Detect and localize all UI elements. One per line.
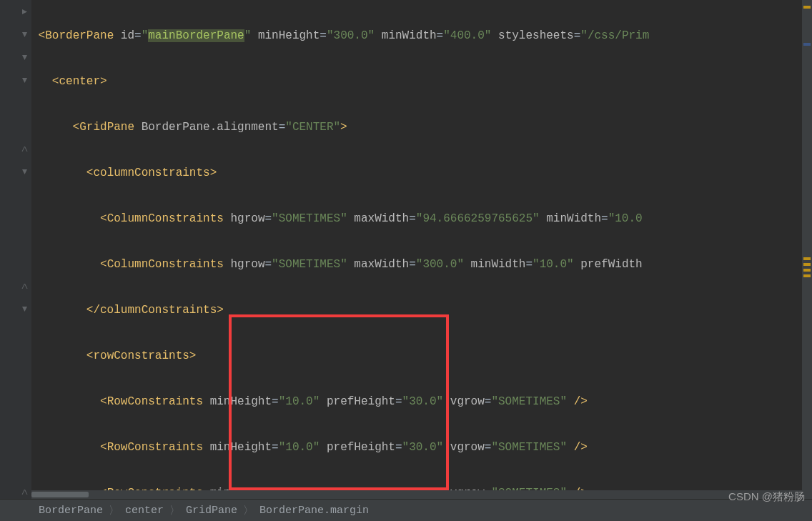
stripe-mark[interactable] xyxy=(803,269,811,272)
fold-toggle[interactable] xyxy=(20,304,29,313)
code-editor[interactable]: <BorderPane id="mainBorderPane" minHeigh… xyxy=(0,0,812,499)
breadcrumb-item[interactable]: GridPane xyxy=(182,505,242,517)
fold-toggle[interactable] xyxy=(20,53,29,61)
code-line[interactable]: <RowConstraints minHeight="10.0" prefHei… xyxy=(31,436,812,459)
code-line[interactable]: <GridPane BorderPane.alignment="CENTER"> xyxy=(31,116,812,139)
stripe-mark[interactable] xyxy=(803,257,811,260)
code-line[interactable]: <center> xyxy=(31,70,812,93)
code-line[interactable]: <ColumnConstraints hgrow="SOMETIMES" max… xyxy=(31,207,812,230)
code-line[interactable]: <ColumnConstraints hgrow="SOMETIMES" max… xyxy=(31,253,812,276)
fold-toggle[interactable] xyxy=(20,30,29,39)
stripe-mark[interactable] xyxy=(803,43,811,46)
stripe-mark[interactable] xyxy=(803,263,811,266)
gutter xyxy=(0,0,31,499)
code-line[interactable]: <BorderPane id="mainBorderPane" minHeigh… xyxy=(31,24,812,47)
code-area[interactable]: <BorderPane id="mainBorderPane" minHeigh… xyxy=(31,0,812,499)
scrollbar-thumb[interactable] xyxy=(31,492,89,497)
code-line[interactable]: </columnConstraints> xyxy=(31,299,812,322)
code-line[interactable]: <RowConstraints minHeight="10.0" prefHei… xyxy=(31,390,812,413)
stripe-mark[interactable] xyxy=(803,6,811,9)
fold-toggle[interactable] xyxy=(20,7,29,16)
fold-toggle[interactable] xyxy=(20,167,29,176)
breadcrumb-item[interactable]: BorderPane xyxy=(34,505,107,517)
chevron-right-icon: 〉 xyxy=(107,504,121,517)
horizontal-scrollbar[interactable] xyxy=(31,490,802,499)
breadcrumb-item[interactable]: center xyxy=(121,505,168,517)
fold-toggle[interactable] xyxy=(20,76,29,84)
fold-end[interactable] xyxy=(20,144,29,153)
code-line[interactable]: <rowConstraints> xyxy=(31,344,812,367)
chevron-right-icon: 〉 xyxy=(242,504,255,517)
error-stripe[interactable] xyxy=(802,0,812,499)
breadcrumb-item[interactable]: BorderPane.margin xyxy=(255,505,373,517)
chevron-right-icon: 〉 xyxy=(168,504,182,517)
stripe-mark[interactable] xyxy=(803,274,811,277)
fold-end[interactable] xyxy=(20,282,29,290)
code-line[interactable]: <columnConstraints> xyxy=(31,162,812,184)
fold-end[interactable] xyxy=(20,487,29,496)
breadcrumb-bar: BorderPane 〉 center 〉 GridPane 〉 BorderP… xyxy=(0,499,812,521)
